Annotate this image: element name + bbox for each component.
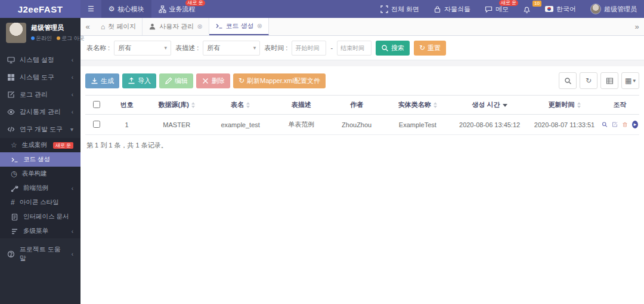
generate-button[interactable]: 生成: [85, 73, 119, 88]
sidebar-item-dev-tools[interactable]: 연구 개발 도구 ▾: [0, 121, 80, 138]
user-icon: [148, 23, 156, 30]
sidebar-item-generate-case[interactable]: ☆ 生成案例 새로 운: [0, 138, 80, 152]
chevron-left-icon: ‹: [72, 91, 73, 98]
end-time-input[interactable]: [337, 41, 371, 56]
caret-down-icon: ▾: [165, 45, 168, 51]
tab-home[interactable]: ⌂ 첫 페이지: [95, 18, 143, 35]
table-view-icon: [606, 77, 614, 85]
lock-label: 자물쇠들: [444, 5, 470, 14]
grid-icon: ▦: [625, 77, 631, 84]
cell-table-desc: 单表范例: [274, 115, 329, 135]
sidebar-item-multilevel-menu[interactable]: 多级菜单 ‹: [0, 224, 80, 238]
user-menu-button[interactable]: 超级管理员: [583, 0, 644, 18]
table-search-button[interactable]: [559, 72, 577, 89]
sidebar-item-form-builder[interactable]: ◷ 表单构建: [0, 167, 80, 181]
chevron-left-icon: ‹: [72, 251, 73, 257]
sidebar-item-project-help[interactable]: 프로젝트 도움말 ‹: [0, 241, 80, 267]
header-user-label: 超级管理员: [604, 5, 637, 14]
caret-down-icon: ▾: [253, 45, 256, 51]
delete-button[interactable]: 删除: [196, 73, 230, 88]
filter-bar: 表名称 : 所有 ▾ 表描述 : 所有 ▾ 表时间 : - 搜索 ↻ 重置: [80, 36, 644, 60]
table-header-row: 번호 数据源(库) 表名 表描述 作者 实体类名称 생성 시간 更新时间 조작: [85, 96, 639, 115]
header-right-group: 전체 화면 자물쇠들 메모 새로 운 10 한국어 超级管理员: [373, 0, 644, 18]
app-logo: J2eeFAST: [0, 0, 80, 18]
chevron-left-icon: ‹: [72, 74, 73, 81]
cell-datasource: MASTER: [146, 115, 207, 135]
search-icon: [564, 77, 572, 85]
flag-icon: [545, 6, 553, 12]
sidebar-item-icon-styles[interactable]: # 아이콘 스타일: [0, 195, 80, 210]
sidebar-item-system-settings[interactable]: 시스템 설정 ‹: [0, 51, 80, 69]
pagination-info: 第 1 到 1 条，共 1 条记录。: [85, 135, 639, 156]
import-button[interactable]: 导入: [122, 73, 156, 88]
lock-screen-button[interactable]: 자물쇠들: [426, 0, 478, 18]
sidebar-item-frontend-samples[interactable]: 前端范例 ‹: [0, 181, 80, 195]
memo-button[interactable]: 메모 새로 운: [478, 0, 516, 18]
range-separator: -: [330, 44, 333, 51]
chevron-left-icon: ‹: [72, 228, 73, 235]
row-edit-icon[interactable]: [612, 121, 618, 128]
refresh-icon: ↻: [239, 77, 244, 84]
new-badge: 새로 운: [185, 0, 205, 6]
col-created: 생성 시간: [451, 96, 528, 115]
sort-icon[interactable]: [577, 102, 581, 108]
table-desc-label: 表描述 :: [175, 44, 199, 53]
sidebar-toggle-button[interactable]: ☰: [80, 0, 101, 18]
columns-dropdown-button[interactable]: ▦ ▾: [621, 72, 639, 89]
edit-button[interactable]: 编辑: [159, 73, 193, 88]
refresh-mapper-button[interactable]: ↻ 刷新Mapper.xml配置文件: [233, 73, 326, 88]
pencil-icon: [165, 77, 172, 85]
remove-icon: [202, 77, 209, 85]
row-delete-icon[interactable]: [622, 121, 628, 128]
reset-button[interactable]: ↻ 重置: [414, 41, 446, 56]
cell-author: ZhouZhou: [329, 115, 385, 135]
wrench-icon: [11, 185, 18, 192]
cell-updated: 2020-08-07 11:33:51: [528, 115, 600, 135]
row-view-icon[interactable]: [602, 121, 608, 128]
tab-code-generation[interactable]: 코드 생성 ⊗: [209, 18, 269, 35]
close-icon[interactable]: ⊗: [197, 23, 202, 30]
sort-icon[interactable]: [434, 102, 437, 108]
table-name-label: 表名称 :: [86, 44, 110, 53]
sort-icon[interactable]: [246, 102, 250, 108]
search-button[interactable]: 搜索: [376, 41, 410, 56]
row-checkbox[interactable]: [93, 121, 100, 128]
col-datasource: 数据源(库): [146, 96, 207, 115]
close-icon[interactable]: ⊗: [257, 22, 262, 30]
language-label: 한국어: [556, 5, 576, 14]
logout-link[interactable]: 로그 아웃: [57, 35, 85, 42]
nav-core-module[interactable]: ⚙ 核心模块: [101, 0, 151, 18]
gear-icon: ⚙: [109, 5, 115, 13]
cell-entity: ExampleTest: [385, 115, 451, 135]
divider: [80, 60, 644, 66]
keyboard-icon: [215, 22, 223, 30]
fullscreen-label: 전체 화면: [391, 5, 419, 14]
cell-created: 2020-08-06 13:45:12: [451, 115, 528, 135]
toggle-view-button[interactable]: [600, 72, 618, 89]
select-all-checkbox[interactable]: [93, 101, 100, 108]
chevron-left-icon: ‹: [72, 109, 73, 115]
sort-desc-icon[interactable]: [503, 104, 507, 107]
sidebar-item-interface-docs[interactable]: 인터페이스 문서: [0, 210, 80, 224]
nav-business-flow[interactable]: 业务流程 새로 운: [151, 0, 203, 18]
sidebar-item-log-management[interactable]: 로그 관리 ‹: [0, 86, 80, 103]
sort-icon[interactable]: [191, 102, 195, 108]
row-run-icon[interactable]: ▸: [632, 121, 638, 128]
chevron-down-icon: ▾: [70, 126, 73, 133]
sidebar-item-code-generation[interactable]: 코드 생성: [0, 152, 80, 167]
sidebar-item-system-tools[interactable]: 시스템 도구 ‹: [0, 69, 80, 86]
table-refresh-button[interactable]: ↻: [580, 72, 597, 89]
col-updated: 更新时间: [528, 96, 600, 115]
chevron-left-icon: ‹: [72, 57, 73, 63]
table-desc-select[interactable]: 所有 ▾: [203, 41, 260, 56]
language-button[interactable]: 한국어: [538, 0, 583, 18]
fullscreen-button[interactable]: 전체 화면: [373, 0, 426, 18]
notifications-button[interactable]: 10: [516, 0, 538, 18]
tabs-scroll-right-button[interactable]: »: [630, 18, 644, 35]
document-icon: [11, 213, 18, 221]
tab-user-management[interactable]: 사용자 관리 ⊗: [143, 18, 209, 35]
start-time-input[interactable]: [292, 41, 326, 56]
table-name-select[interactable]: 所有 ▾: [114, 41, 171, 56]
sidebar-item-monitor-stats[interactable]: 감시통계 관리 ‹: [0, 103, 80, 121]
avatar[interactable]: [6, 23, 26, 43]
